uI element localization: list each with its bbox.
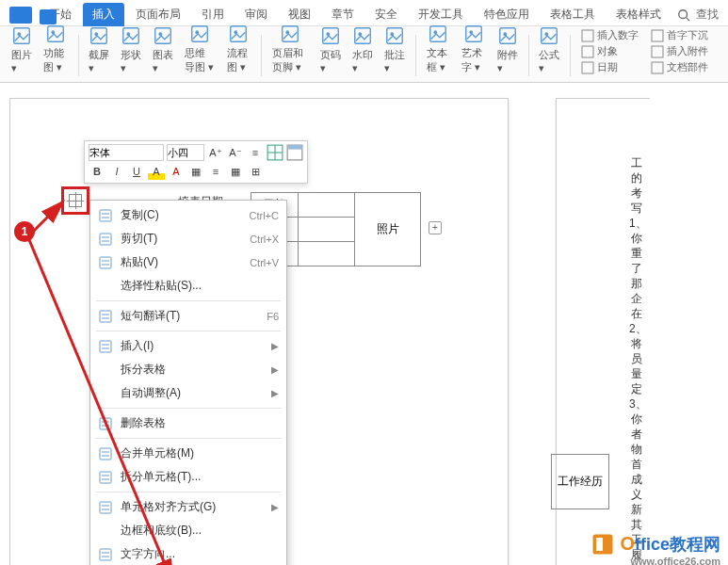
bold-button[interactable]: B — [89, 163, 105, 180]
ctx-选择性粘贴S[interactable]: 选择性粘贴(S)... — [90, 274, 286, 298]
ctx-文字方向[interactable]: 文字方向... — [90, 542, 286, 565]
table-context-menu: 复制(C)Ctrl+C剪切(T)Ctrl+X粘贴(V)Ctrl+V选择性粘贴(S… — [89, 200, 287, 565]
ctx-粘贴V[interactable]: 粘贴(V)Ctrl+V — [90, 250, 286, 274]
doc-tab-icon — [40, 9, 57, 24]
mindmap-icon — [189, 24, 210, 44]
workspace: A⁺ A⁻ ≡ B I U A A ▦ ≡ ▦ ⊞ 填表日期： — [0, 83, 728, 565]
add-column-handle[interactable]: + — [429, 221, 442, 234]
font-grow-button[interactable]: A⁺ — [207, 144, 224, 161]
watermark-icon — [352, 25, 373, 46]
textbox-icon — [428, 24, 448, 44]
search-label[interactable]: 查找 — [696, 7, 719, 23]
font-size-select[interactable] — [167, 144, 204, 161]
ribbon-annotation-button[interactable]: 批注 ▾ — [380, 24, 409, 76]
align-icon — [98, 500, 113, 515]
svg-rect-34 — [582, 46, 593, 57]
svg-rect-61 — [100, 448, 111, 460]
split-icon — [98, 470, 113, 485]
page2-side-text: 工的考写1、你重了那企在2、将员量定3、你者物首成义新其工履如 — [629, 155, 644, 565]
align-button[interactable]: ≡ — [207, 163, 224, 180]
ctx-单元格对齐方式G[interactable]: 单元格对齐方式(G)▶ — [90, 495, 286, 519]
font-family-select[interactable] — [89, 144, 164, 161]
document-page-2: 工的考写1、你重了那企在2、将员量定3、你者物首成义新其工履如 工作经历 — [556, 98, 650, 565]
svg-rect-52 — [100, 311, 111, 322]
ctx-剪切T[interactable]: 剪切(T)Ctrl+X — [90, 227, 286, 250]
ribbon-flowchart-button[interactable]: 流程图 ▾ — [223, 22, 255, 76]
ctx-删除表格[interactable]: 删除表格 — [90, 412, 286, 435]
font-color-button[interactable]: A — [168, 163, 185, 180]
blank-icon — [98, 279, 113, 294]
deltable-icon — [98, 416, 113, 431]
ribbon-date-button[interactable]: 日期 — [581, 60, 647, 74]
ribbon-shapes-button[interactable]: 形状 ▾ — [117, 24, 145, 76]
ribbon-headerfooter-button[interactable]: 页眉和页脚 ▾ — [268, 22, 313, 76]
file-tab[interactable] — [9, 7, 32, 24]
ctx-短句翻译T[interactable]: 短句翻译(T)F6 — [90, 304, 286, 328]
pagenum-icon — [320, 25, 341, 46]
search-icon[interactable] — [677, 8, 690, 22]
formula-icon — [539, 25, 559, 46]
ribbon-watermark-button[interactable]: 水印 ▾ — [348, 24, 377, 76]
ctx-自动调整A[interactable]: 自动调整(A)▶ — [90, 381, 286, 405]
mini-floating-toolbar: A⁺ A⁻ ≡ B I U A A ▦ ≡ ▦ ⊞ — [84, 140, 308, 184]
ctx-合并单元格M[interactable]: 合并单元格(M) — [90, 442, 286, 465]
blank-icon — [98, 363, 113, 378]
blank-icon — [98, 524, 113, 539]
font-shrink-button[interactable]: A⁻ — [227, 144, 244, 161]
textdir-icon — [98, 547, 113, 562]
document-page-1: A⁺ A⁻ ≡ B I U A A ▦ ≡ ▦ ⊞ 填表日期： — [9, 98, 509, 565]
list-button[interactable]: ≡ — [247, 144, 264, 161]
svg-line-1 — [687, 17, 690, 21]
ribbon-image-button[interactable]: 图片 ▾ — [8, 24, 36, 76]
svg-point-0 — [679, 9, 688, 18]
italic-button[interactable]: I — [108, 163, 125, 180]
svg-rect-43 — [100, 210, 111, 221]
blank-icon — [98, 386, 113, 401]
svg-rect-42 — [287, 145, 302, 150]
translate-icon — [98, 309, 113, 324]
svg-rect-46 — [100, 234, 111, 245]
svg-rect-32 — [582, 30, 593, 41]
svg-rect-35 — [652, 46, 663, 57]
table-move-handle-highlight — [61, 186, 89, 215]
ribbon-screenshot-button[interactable]: 截屏 ▾ — [85, 24, 113, 76]
table-style-icon[interactable] — [286, 144, 303, 161]
copy-icon — [98, 208, 113, 223]
insert-icon — [98, 339, 113, 354]
ribbon-cap-button[interactable]: 首字下沉 — [651, 28, 717, 42]
ribbon-part-button[interactable]: 文档部件 — [651, 60, 717, 74]
funcimg-icon — [45, 24, 66, 44]
ribbon-obj-button[interactable]: 对象 — [581, 44, 647, 58]
table-grid-icon[interactable] — [267, 144, 283, 161]
ribbon-formula-button[interactable]: 公式 ▾ — [535, 24, 563, 76]
paste-icon — [98, 255, 113, 270]
table-move-handle[interactable] — [69, 194, 82, 207]
underline-button[interactable]: U — [128, 163, 145, 180]
screenshot-icon — [89, 25, 109, 46]
annotation-badge-1: 1 — [14, 221, 35, 242]
ctx-拆分单元格T[interactable]: 拆分单元格(T)... — [90, 465, 286, 489]
ribbon-funcimg-button[interactable]: 功能图 ▾ — [40, 22, 72, 76]
svg-rect-79 — [596, 538, 603, 551]
ctx-拆分表格[interactable]: 拆分表格▶ — [90, 358, 286, 381]
ctx-插入I[interactable]: 插入(I)▶ — [90, 334, 286, 358]
chart-icon — [153, 25, 173, 46]
ribbon-mindmap-button[interactable]: 思维导图 ▾ — [181, 22, 218, 76]
svg-rect-67 — [100, 502, 111, 513]
ribbon-textbox-button[interactable]: 文本框 ▾ — [423, 22, 455, 76]
ribbon-pagenum-button[interactable]: 页码 ▾ — [316, 24, 345, 76]
ribbon-ins-button[interactable]: 插入附件 — [651, 44, 717, 58]
merge-cells-button[interactable]: ▦ — [227, 163, 244, 180]
ribbon-attach-button[interactable]: 附件 ▾ — [493, 24, 522, 76]
ctx-边框和底纹B[interactable]: 边框和底纹(B)... — [90, 519, 286, 542]
svg-rect-70 — [100, 549, 111, 560]
ribbon-chart-button[interactable]: 图表 ▾ — [149, 24, 177, 76]
tab-表格样式[interactable]: 表格样式 — [607, 3, 671, 26]
highlight-button[interactable]: A — [148, 163, 165, 180]
svg-rect-36 — [582, 62, 593, 73]
ribbon-wordart-button[interactable]: 艺术字 ▾ — [458, 22, 490, 76]
shading-button[interactable]: ▦ — [187, 163, 204, 180]
ctx-复制C[interactable]: 复制(C)Ctrl+C — [90, 203, 286, 227]
autofit-button[interactable]: ⊞ — [247, 163, 264, 180]
ribbon-num-button[interactable]: 插入数字 — [581, 28, 647, 42]
